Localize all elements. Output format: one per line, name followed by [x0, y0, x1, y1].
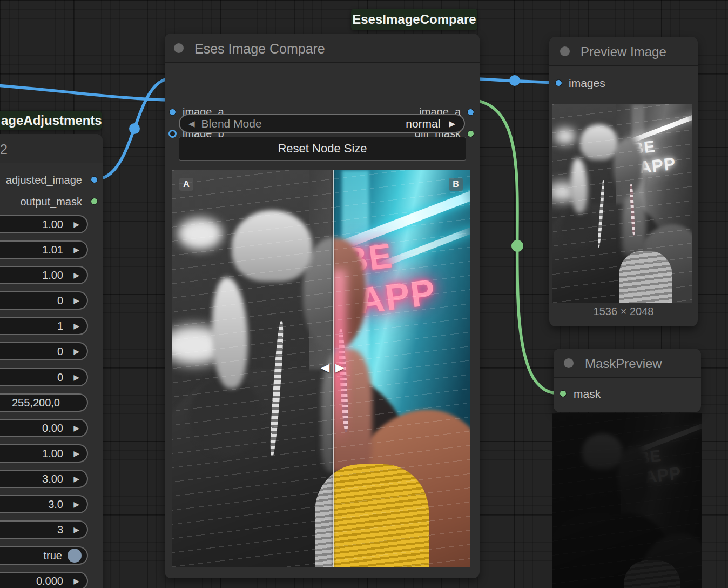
- node-title: 2: [0, 142, 8, 157]
- reset-node-size-button[interactable]: Reset Node Size: [179, 137, 466, 161]
- widget-value: 0.00: [0, 422, 63, 435]
- scene-a-grayscale: BE HAPP: [172, 170, 333, 567]
- widget-value: 1.00: [0, 447, 63, 460]
- widget-row[interactable]: 0.000 ▶: [0, 572, 88, 588]
- stepper-next-icon[interactable]: ▶: [70, 322, 79, 330]
- node-title: Eses Image Compare: [194, 41, 325, 57]
- output-port-image-a[interactable]: [467, 109, 474, 116]
- slider-handle-left-icon[interactable]: ◀: [321, 361, 329, 374]
- image-a-tag: A: [179, 178, 193, 191]
- widget-row[interactable]: 0 ▶: [0, 291, 88, 310]
- output-port-diff-mask[interactable]: [467, 130, 474, 137]
- mask-darken-overlay: [552, 413, 702, 588]
- compare-slider-divider[interactable]: [333, 170, 334, 567]
- compare-image[interactable]: BE HAPP: [172, 170, 470, 567]
- widget-row[interactable]: 0.00 ▶: [0, 419, 88, 437]
- output-port-adjusted-image[interactable]: [91, 176, 98, 183]
- collapse-dot-icon[interactable]: [560, 46, 570, 56]
- stepper-next-icon[interactable]: ▶: [70, 220, 79, 229]
- widget-row[interactable]: 1.00 ▶: [0, 215, 88, 233]
- output-port-output-mask[interactable]: [91, 198, 98, 205]
- stepper-next-icon[interactable]: ▶: [70, 577, 79, 585]
- combo-next-icon[interactable]: ▶: [449, 119, 455, 129]
- widget-value: 1.00: [0, 269, 63, 282]
- widget-value: true: [0, 550, 62, 562]
- node-titlebar[interactable]: 2: [0, 134, 103, 163]
- comfyui-canvas[interactable]: { "colors": { "wire_image": "#4da3e8", "…: [0, 0, 728, 588]
- scene-rain: [552, 104, 692, 303]
- widget-row-color-text[interactable]: 255,200,0: [0, 393, 88, 412]
- input-port-image-b[interactable]: [168, 130, 177, 138]
- stepper-next-icon[interactable]: ▶: [70, 449, 79, 458]
- input-port-mask[interactable]: [560, 390, 567, 397]
- input-port-images[interactable]: [555, 79, 562, 86]
- stepper-next-icon[interactable]: ▶: [70, 271, 79, 279]
- slider-handle-right-icon[interactable]: ▶: [335, 361, 344, 374]
- stepper-next-icon[interactable]: ▶: [70, 347, 79, 356]
- output-label-adjusted-image: adjusted_image: [6, 174, 82, 186]
- stepper-next-icon[interactable]: ▶: [70, 500, 79, 509]
- scene-b-color: BE HAPP: [333, 170, 470, 567]
- stepper-next-icon[interactable]: ▶: [70, 424, 79, 432]
- widget-row[interactable]: 1.01 ▶: [0, 240, 88, 259]
- node-titlebar[interactable]: MaskPreview: [554, 349, 701, 378]
- node-eses-image-compare[interactable]: Eses Image Compare image_a image_b image…: [165, 34, 480, 578]
- widget-row[interactable]: 1.00 ▶: [0, 266, 88, 284]
- node-image-adjustments[interactable]: 2 adjusted_image output_mask 1.00 ▶ 1.01…: [0, 134, 103, 588]
- node-titlebar[interactable]: Preview Image: [549, 37, 698, 66]
- widget-row[interactable]: 0 ▶: [0, 368, 88, 386]
- widget-row[interactable]: 3.00 ▶: [0, 470, 88, 488]
- image-dimensions-label: 1536 × 2048: [549, 305, 698, 318]
- stepper-next-icon[interactable]: ▶: [70, 475, 79, 483]
- widget-value: 255,200,0: [0, 397, 87, 409]
- widget-row-toggle[interactable]: true: [0, 546, 88, 565]
- scene-mask-dark: BE HAPP: [552, 413, 702, 588]
- wire-image-a-to-images[interactable]: [472, 78, 558, 83]
- compare-half-a: BE HAPP: [172, 170, 333, 567]
- widget-row[interactable]: 1.00 ▶: [0, 444, 88, 463]
- node-title: MaskPreview: [585, 356, 662, 371]
- widget-value: 0: [0, 371, 63, 384]
- node-titlebar[interactable]: Eses Image Compare: [165, 34, 480, 63]
- wire-reroute-dot[interactable]: [129, 123, 140, 134]
- preview-image[interactable]: BE HAPP: [552, 104, 692, 303]
- widget-row[interactable]: 3.0 ▶: [0, 495, 88, 513]
- wire-reroute-dot[interactable]: [511, 240, 523, 252]
- stepper-next-icon[interactable]: ▶: [70, 525, 79, 534]
- input-label-mask: mask: [574, 387, 601, 400]
- input-port-image-a[interactable]: [169, 109, 176, 116]
- node-preview-image[interactable]: Preview Image images BE HAPP: [549, 37, 698, 326]
- widget-value: 0: [0, 295, 63, 307]
- node-title: Preview Image: [581, 44, 666, 59]
- node-type-badge-compare: EsesImageCompare: [351, 9, 477, 30]
- widget-value: 1: [0, 320, 63, 332]
- wire-diff-mask-to-mask[interactable]: [472, 100, 562, 393]
- scene-rain: [172, 170, 333, 567]
- widget-value: 1.01: [0, 244, 63, 256]
- combo-label: Blend Mode: [201, 117, 262, 130]
- scene-preview-grayscale: BE HAPP: [552, 104, 692, 303]
- widget-row[interactable]: 0 ▶: [0, 342, 88, 360]
- collapse-dot-icon[interactable]: [564, 358, 574, 368]
- compare-half-b: BE HAPP: [333, 170, 470, 567]
- combo-prev-icon[interactable]: ◀: [188, 119, 195, 129]
- stepper-next-icon[interactable]: ▶: [70, 296, 79, 305]
- node-mask-preview[interactable]: MaskPreview mask: [554, 349, 701, 412]
- widget-value: 0: [0, 345, 63, 358]
- stepper-next-icon[interactable]: ▶: [70, 245, 79, 254]
- collapse-dot-icon[interactable]: [174, 43, 184, 53]
- wire-reroute-dot[interactable]: [509, 75, 520, 86]
- image-b-tag: B: [449, 178, 463, 191]
- widget-row[interactable]: 1 ▶: [0, 317, 88, 335]
- widget-value: 1.00: [0, 218, 63, 231]
- blend-mode-combo[interactable]: ◀ Blend Mode normal ▶: [179, 114, 465, 133]
- output-label-output-mask: output_mask: [20, 196, 82, 208]
- mask-preview-image[interactable]: BE HAPP: [552, 413, 702, 588]
- widget-row[interactable]: 3 ▶: [0, 520, 88, 539]
- node-type-badge-adjustments: ageAdjustments2: [0, 111, 102, 130]
- wire-to-image-b[interactable]: [0, 84, 171, 100]
- stepper-next-icon[interactable]: ▶: [70, 373, 79, 382]
- scene-rain: [333, 170, 470, 567]
- wire-adjusted-image-to-image-a[interactable]: [95, 78, 172, 179]
- toggle-knob[interactable]: [68, 549, 82, 563]
